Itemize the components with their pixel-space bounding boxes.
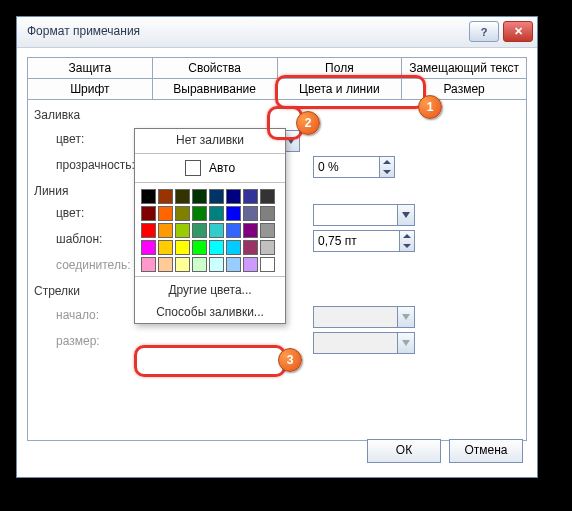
color-swatch[interactable]	[260, 223, 275, 238]
tabs-row-1: Защита Свойства Поля Замещающий текст	[27, 57, 527, 78]
color-swatch[interactable]	[260, 189, 275, 204]
transparency-spinner[interactable]: 0 %	[313, 156, 395, 178]
titlebar-buttons: ? ✕	[469, 21, 533, 42]
no-fill-item[interactable]: Нет заливки	[135, 129, 285, 151]
transparency-value: 0 %	[318, 160, 339, 174]
color-swatch[interactable]	[141, 206, 156, 221]
tab-colors-lines[interactable]: Цвета и линии	[278, 78, 403, 99]
fill-color-dropdown: Нет заливки Авто Другие цвета... Способы…	[134, 128, 286, 324]
color-swatch[interactable]	[260, 240, 275, 255]
tab-protection[interactable]: Защита	[27, 57, 153, 78]
color-swatch[interactable]	[209, 206, 224, 221]
callout-badge-2: 2	[296, 111, 320, 135]
color-swatch[interactable]	[209, 257, 224, 272]
color-swatch[interactable]	[226, 206, 241, 221]
group-fill: Заливка	[34, 108, 80, 122]
color-swatch[interactable]	[158, 223, 173, 238]
group-line: Линия	[34, 184, 68, 198]
ok-button[interactable]: ОК	[367, 439, 441, 463]
color-swatch[interactable]	[192, 240, 207, 255]
color-swatch[interactable]	[141, 223, 156, 238]
color-swatch[interactable]	[226, 189, 241, 204]
line-weight-value: 0,75 пт	[318, 234, 357, 248]
more-colors-item[interactable]: Другие цвета...	[135, 279, 285, 301]
label-arrow-start: начало:	[56, 308, 99, 322]
color-swatch[interactable]	[243, 257, 258, 272]
chevron-down-icon	[397, 307, 414, 327]
separator	[135, 153, 285, 154]
color-swatch[interactable]	[192, 206, 207, 221]
color-swatch[interactable]	[141, 240, 156, 255]
tabs-row-2: Шрифт Выравнивание Цвета и линии Размер	[27, 78, 527, 99]
color-swatch[interactable]	[243, 223, 258, 238]
auto-swatch-icon	[185, 160, 201, 176]
close-button[interactable]: ✕	[503, 21, 533, 42]
color-swatch[interactable]	[192, 223, 207, 238]
callout-badge-3: 3	[278, 348, 302, 372]
callout-badge-1: 1	[418, 95, 442, 119]
label-connector: соединитель:	[56, 258, 130, 272]
separator	[135, 182, 285, 183]
line-style-combo[interactable]	[313, 204, 415, 226]
group-arrows: Стрелки	[34, 284, 80, 298]
arrow-size-combo	[313, 332, 415, 354]
color-swatch[interactable]	[243, 189, 258, 204]
spinner-icon[interactable]	[399, 231, 414, 251]
color-swatch[interactable]	[226, 223, 241, 238]
color-swatch[interactable]	[226, 240, 241, 255]
window-title: Формат примечания	[27, 24, 140, 38]
color-swatch[interactable]	[141, 189, 156, 204]
chevron-down-icon	[397, 333, 414, 353]
color-swatch[interactable]	[209, 223, 224, 238]
color-swatch[interactable]	[243, 240, 258, 255]
label-transparency: прозрачность:	[56, 158, 135, 172]
color-swatch[interactable]	[158, 257, 173, 272]
footer-buttons: ОК Отмена	[367, 439, 523, 463]
label-arrow-size: размер:	[56, 334, 100, 348]
color-swatch[interactable]	[260, 206, 275, 221]
color-palette	[135, 185, 285, 274]
line-weight-spinner[interactable]: 0,75 пт	[313, 230, 415, 252]
separator	[135, 276, 285, 277]
color-swatch[interactable]	[192, 257, 207, 272]
tab-properties[interactable]: Свойства	[153, 57, 278, 78]
auto-label: Авто	[209, 161, 235, 175]
color-swatch[interactable]	[158, 206, 173, 221]
label-fill-color: цвет:	[56, 132, 84, 146]
fill-effects-item[interactable]: Способы заливки...	[135, 301, 285, 323]
help-button[interactable]: ?	[469, 21, 499, 42]
tab-size[interactable]: Размер	[402, 78, 527, 99]
color-swatch[interactable]	[175, 223, 190, 238]
label-line-template: шаблон:	[56, 232, 102, 246]
color-swatch[interactable]	[209, 189, 224, 204]
color-swatch[interactable]	[260, 257, 275, 272]
chevron-down-icon[interactable]	[397, 205, 414, 225]
tab-fields[interactable]: Поля	[278, 57, 403, 78]
tab-alignment[interactable]: Выравнивание	[153, 78, 278, 99]
color-swatch[interactable]	[175, 240, 190, 255]
color-swatch[interactable]	[226, 257, 241, 272]
tab-alt-text[interactable]: Замещающий текст	[402, 57, 527, 78]
color-swatch[interactable]	[175, 257, 190, 272]
color-swatch[interactable]	[158, 240, 173, 255]
spinner-icon[interactable]	[379, 157, 394, 177]
tab-font[interactable]: Шрифт	[27, 78, 153, 99]
color-swatch[interactable]	[158, 189, 173, 204]
color-swatch[interactable]	[175, 189, 190, 204]
color-swatch[interactable]	[175, 206, 190, 221]
cancel-button[interactable]: Отмена	[449, 439, 523, 463]
color-swatch[interactable]	[141, 257, 156, 272]
arrow-end-combo	[313, 306, 415, 328]
auto-color-item[interactable]: Авто	[135, 156, 285, 180]
label-line-color: цвет:	[56, 206, 84, 220]
color-swatch[interactable]	[243, 206, 258, 221]
color-swatch[interactable]	[192, 189, 207, 204]
color-swatch[interactable]	[209, 240, 224, 255]
titlebar: Формат примечания ? ✕	[17, 17, 537, 48]
